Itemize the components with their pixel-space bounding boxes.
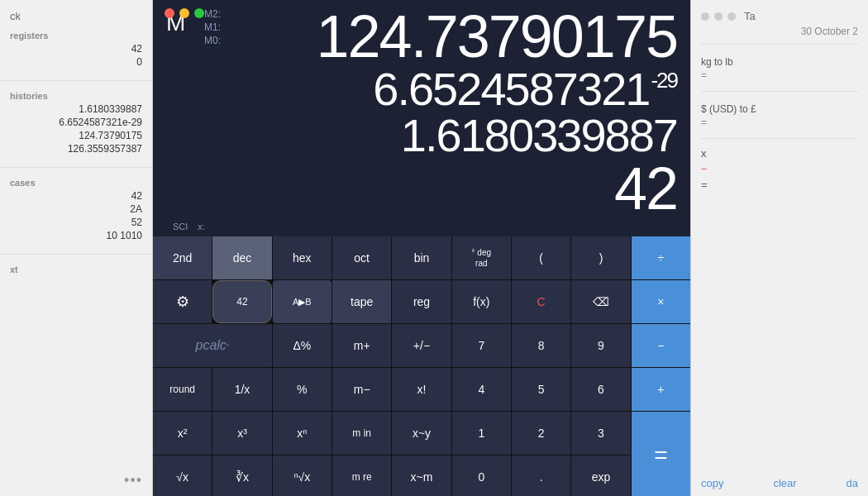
equals-button[interactable]: = [632, 412, 690, 496]
xn-button[interactable]: xⁿ [273, 412, 331, 455]
hex-button[interactable]: hex [273, 236, 331, 279]
factorial-button[interactable]: x! [392, 368, 451, 411]
4-button[interactable]: 4 [452, 368, 511, 411]
1-button[interactable]: 1 [452, 412, 511, 455]
usd-to-gbp-eq: = [701, 115, 858, 130]
8-button[interactable]: 8 [512, 324, 570, 367]
history-item[interactable]: 124.73790175 [0, 129, 152, 142]
3-button[interactable]: 3 [571, 412, 630, 455]
kg-to-lb-eq: = [701, 68, 858, 83]
histories-section: histories 1.6180339887 6.6524587321e-29 … [0, 86, 152, 155]
tape-button[interactable]: tape [332, 280, 391, 323]
decimal-button[interactable]: . [512, 455, 570, 496]
round-button[interactable]: round [153, 368, 212, 411]
op-equals: = [701, 179, 858, 191]
dec-button[interactable]: dec [212, 236, 271, 279]
42-button[interactable]: 42 [212, 280, 271, 323]
percent-button[interactable]: % [273, 368, 331, 411]
right-ops: x − = [691, 144, 868, 194]
sci-mode[interactable]: SCI [173, 222, 188, 231]
display-small-line: 42 [166, 159, 677, 218]
deg-rad-button[interactable]: ° degrad [452, 236, 511, 279]
left-title: ck [0, 7, 152, 26]
left-bottom-bar: ••• [0, 472, 152, 489]
registers-label: registers [0, 26, 152, 42]
delta-percent-button[interactable]: Δ% [273, 324, 331, 367]
left-panel: ck registers 42 0 histories 1.6180339887… [0, 0, 153, 496]
nth-root-button[interactable]: ⁿ√x [273, 455, 331, 496]
usd-to-gbp-label: $ (USD) to £ [701, 103, 858, 115]
register-item: 42 [0, 42, 152, 55]
m-minus-button[interactable]: m− [332, 368, 391, 411]
display-tertiary-line: 1.6180339887 [166, 112, 677, 159]
xm-swap-button[interactable]: x~m [392, 455, 451, 496]
kg-to-lb-label: kg to lb [701, 56, 858, 68]
pcalc-logo: pcalcⁿ [153, 324, 272, 367]
right-tl-2 [714, 12, 723, 21]
multiply-button[interactable]: × [632, 280, 690, 323]
histories-label: histories [0, 86, 152, 103]
square-button[interactable]: x² [153, 412, 212, 455]
x-register-label: x: [198, 222, 205, 231]
minimize-button[interactable] [179, 8, 189, 18]
exp-button[interactable]: exp [571, 455, 630, 496]
display-secondary-exp: -29 [651, 69, 677, 91]
traffic-lights [165, 8, 204, 18]
5-button[interactable]: 5 [512, 368, 570, 411]
plus-button[interactable]: + [632, 368, 690, 411]
maximize-button[interactable] [194, 8, 204, 18]
op-minus: − [701, 163, 858, 175]
right-tl-3 [727, 12, 736, 21]
misc-section: cases 42 2A 52 10 1010 [0, 173, 152, 242]
conversion-kg-section[interactable]: kg to lb = [691, 50, 868, 86]
right-bottom-bar: copy clear da [691, 477, 868, 489]
2-button[interactable]: 2 [512, 412, 570, 455]
history-item[interactable]: 1.6180339887 [0, 103, 152, 116]
m-plus-button[interactable]: m+ [332, 324, 391, 367]
more-icon[interactable]: ••• [124, 472, 142, 489]
history-item[interactable]: 126.3559357387 [0, 142, 152, 155]
clear-tape-button[interactable]: clear [773, 477, 796, 489]
display-small-value: 42 [614, 155, 677, 222]
clear-button[interactable]: C [512, 280, 570, 323]
conversion-usd-section[interactable]: $ (USD) to £ = [691, 97, 868, 133]
calculator-panel: M M2: M1: M0: 124.73790175 6.6524587321 … [153, 0, 690, 496]
backspace-button[interactable]: ⌫ [571, 280, 630, 323]
9-button[interactable]: 9 [571, 324, 630, 367]
sqrt-button[interactable]: √x [153, 455, 212, 496]
0-button[interactable]: 0 [452, 455, 511, 496]
cube-button[interactable]: x³ [212, 412, 271, 455]
bin-button[interactable]: bin [392, 236, 451, 279]
minus-button[interactable]: − [632, 324, 690, 367]
2nd-button[interactable]: 2nd [153, 236, 212, 279]
m-re-button[interactable]: m re [332, 455, 391, 496]
right-panel: Ta 30 October 2 kg to lb = $ (USD) to £ … [690, 0, 868, 496]
divide-button[interactable]: ÷ [632, 236, 690, 279]
misc-item: 42 [0, 189, 152, 203]
misc-item: 2A [0, 203, 152, 216]
more-button[interactable]: da [847, 477, 858, 489]
xy-swap-button[interactable]: x~y [392, 412, 451, 455]
copy-button[interactable]: copy [701, 477, 723, 489]
ab-button[interactable]: A▶B [273, 280, 331, 323]
m-in-button[interactable]: m in [332, 412, 391, 455]
reg-button[interactable]: reg [392, 280, 451, 323]
mode-bar: SCI x: [166, 222, 677, 233]
display-secondary-line: 6.6524587321 -29 [166, 66, 677, 112]
history-item[interactable]: 6.6524587321e-29 [0, 116, 152, 129]
display-secondary-value: 6.6524587321 [373, 66, 649, 112]
oct-button[interactable]: oct [332, 236, 391, 279]
7-button[interactable]: 7 [452, 324, 511, 367]
reciprocal-button[interactable]: 1/x [212, 368, 271, 411]
cbrt-button[interactable]: ∛x [212, 455, 271, 496]
settings-button[interactable]: ⚙ [153, 280, 212, 323]
extra-section: xt [0, 260, 152, 276]
display-tertiary-value: 1.6180339887 [401, 109, 677, 161]
misc-item: 52 [0, 216, 152, 229]
close-button[interactable] [165, 8, 174, 18]
close-paren-button[interactable]: ) [571, 236, 630, 279]
6-button[interactable]: 6 [571, 368, 630, 411]
plus-minus-button[interactable]: +/− [392, 324, 451, 367]
open-paren-button[interactable]: ( [512, 236, 570, 279]
fx-button[interactable]: f(x) [452, 280, 511, 323]
